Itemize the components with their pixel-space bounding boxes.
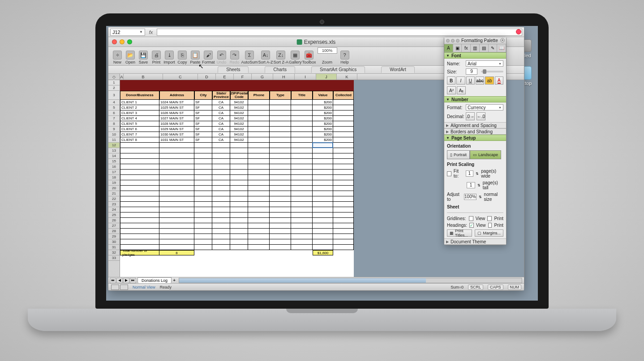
table-row[interactable] xyxy=(120,175,356,180)
toolbar-redo-button[interactable]: ↷Redo xyxy=(228,47,241,64)
cell-collected[interactable] xyxy=(333,121,354,127)
cell-phone[interactable] xyxy=(248,127,270,132)
formula-input[interactable] xyxy=(157,29,522,36)
cell-addr[interactable]: 1026 MAIN ST xyxy=(159,110,194,116)
cell-city[interactable]: SF xyxy=(194,137,212,143)
horizontal-scrollbar[interactable] xyxy=(179,278,522,283)
cell-city[interactable]: SF xyxy=(194,121,212,127)
traffic-close-icon[interactable] xyxy=(112,39,117,44)
table-row[interactable] xyxy=(120,234,356,239)
row-header-22[interactable]: 22 xyxy=(108,196,120,202)
cell-title[interactable] xyxy=(291,127,313,132)
section-document-theme[interactable]: ▶Document Theme xyxy=(444,238,506,245)
table-row[interactable] xyxy=(120,196,356,202)
toolbar-new-button[interactable]: ✧New xyxy=(111,47,124,64)
cell-collected[interactable] xyxy=(333,127,354,132)
palette-tab-tools-icon[interactable]: ✎ xyxy=(489,44,498,52)
cell-donor[interactable]: CLIENT 1 xyxy=(120,100,159,105)
cell-type[interactable] xyxy=(270,132,291,137)
section-number[interactable]: ▼Number xyxy=(444,96,506,102)
col-header-E[interactable]: E xyxy=(216,74,234,80)
cell-type[interactable] xyxy=(270,100,291,105)
cell-donor[interactable]: CLIENT 7 xyxy=(120,132,159,137)
col-header-C[interactable]: C xyxy=(163,74,198,80)
row-header-25[interactable]: 25 xyxy=(108,212,120,218)
col-header-A[interactable]: A xyxy=(120,74,124,80)
col-header-D[interactable]: D xyxy=(198,74,216,80)
cell-value[interactable]: $200 xyxy=(313,105,333,110)
font-color-button[interactable]: A xyxy=(495,76,503,85)
section-alignment[interactable]: ▶Alignment and Spacing xyxy=(444,122,506,128)
zoom-combo[interactable]: 100% xyxy=(318,47,337,54)
col-header-F[interactable]: F xyxy=(234,74,252,80)
cell-type[interactable] xyxy=(270,110,291,116)
col-header-K[interactable]: K xyxy=(337,74,357,80)
row-header-19[interactable]: 19 xyxy=(108,180,120,186)
cell-addr[interactable]: 1024 MAIN ST xyxy=(159,100,194,105)
cell-type[interactable] xyxy=(270,121,291,127)
row-header-30[interactable]: 30 xyxy=(108,239,120,245)
cell-city[interactable]: SF xyxy=(194,132,212,137)
row-header-14[interactable]: 14 xyxy=(108,153,120,159)
cell-zip[interactable]: 94102 xyxy=(230,105,248,110)
gridlines-print-checkbox[interactable] xyxy=(487,216,492,221)
row-header-7[interactable]: 7 xyxy=(108,116,120,121)
cell-zip[interactable]: 94102 xyxy=(230,132,248,137)
toolbar-format-button[interactable]: 🖌Format xyxy=(202,47,215,64)
cell-phone[interactable] xyxy=(248,105,270,110)
row-header-32[interactable]: 32 xyxy=(108,250,120,255)
last-sheet-icon[interactable]: ⏭ xyxy=(130,278,136,283)
increase-decimal-button[interactable]: .0→ xyxy=(466,112,475,120)
table-row[interactable] xyxy=(120,164,356,170)
cell-phone[interactable] xyxy=(248,121,270,127)
cell-addr[interactable]: 1025 MAIN ST xyxy=(159,105,194,110)
add-sheet-icon[interactable]: + xyxy=(172,278,177,283)
ribbon-tab-sheets[interactable]: Sheets xyxy=(218,66,249,73)
fit-width-input[interactable]: 1 xyxy=(466,170,474,177)
col-header-I[interactable]: I xyxy=(295,74,316,80)
table-row[interactable]: CLIENT 71030 MAIN STSFCA94102$200 xyxy=(120,132,356,137)
table-header-zip-postal-code[interactable]: ZIP/Postal Code xyxy=(230,91,248,100)
row-header-17[interactable]: 17 xyxy=(108,170,120,175)
row-header-3[interactable]: 3 xyxy=(108,91,120,100)
col-header-H[interactable]: H xyxy=(273,74,295,80)
table-row[interactable] xyxy=(120,239,356,245)
row-header-13[interactable]: 13 xyxy=(108,148,120,153)
cell-state[interactable]: CA xyxy=(212,100,230,105)
cell-zip[interactable]: 94102 xyxy=(230,100,248,105)
table-row[interactable]: CLIENT 11024 MAIN STSFCA94102$200 xyxy=(120,100,356,105)
cell-state[interactable]: CA xyxy=(212,132,230,137)
palette-tab-chart-icon[interactable]: ▥ xyxy=(471,44,480,52)
cell-title[interactable] xyxy=(291,110,313,116)
table-header-city[interactable]: City xyxy=(194,91,212,100)
cell-phone[interactable] xyxy=(248,110,270,116)
cell-title[interactable] xyxy=(291,137,313,143)
cell-phone[interactable] xyxy=(248,137,270,143)
cell-donor[interactable]: CLIENT 8 xyxy=(120,137,159,143)
table-row[interactable]: CLIENT 21025 MAIN STSFCA94102$200 xyxy=(120,105,356,110)
selected-cell[interactable] xyxy=(312,142,333,148)
table-row[interactable] xyxy=(120,202,356,207)
table-row[interactable] xyxy=(120,148,356,153)
superscript-button[interactable]: A² xyxy=(447,86,456,94)
cell-value[interactable]: $200 xyxy=(313,116,333,121)
section-borders[interactable]: ▶Borders and Shading xyxy=(444,128,506,135)
bold-button[interactable]: B xyxy=(447,76,455,85)
table-row[interactable]: CLIENT 31026 MAIN STSFCA94102$200 xyxy=(120,110,356,116)
worksheet-cells[interactable]: Donor/BusinessAddressCityState/ Province… xyxy=(120,80,354,277)
table-header-state-province[interactable]: State/ Province xyxy=(212,91,230,100)
toolbar-zoom-button[interactable]: 100%Zoom xyxy=(317,47,338,64)
select-all-corner[interactable]: ◇ xyxy=(108,74,120,80)
fit-height-input[interactable]: 1 xyxy=(467,182,475,188)
table-header-phone[interactable]: Phone xyxy=(248,91,270,100)
cell-city[interactable]: SF xyxy=(194,105,212,110)
underline-button[interactable]: U xyxy=(466,76,475,85)
row-header-33[interactable]: 33 xyxy=(108,255,120,261)
palette-tab-ref-icon[interactable]: 📖 xyxy=(497,44,506,52)
toolbar-sort-a-z-button[interactable]: A↓Sort A-Z xyxy=(258,47,273,64)
cell-value[interactable]: $200 xyxy=(313,100,333,105)
font-name-combo[interactable]: Arial▼ xyxy=(466,60,503,67)
cell-state[interactable]: CA xyxy=(212,110,230,116)
cell-donor[interactable]: CLIENT 2 xyxy=(120,105,159,110)
table-row[interactable] xyxy=(120,186,356,191)
